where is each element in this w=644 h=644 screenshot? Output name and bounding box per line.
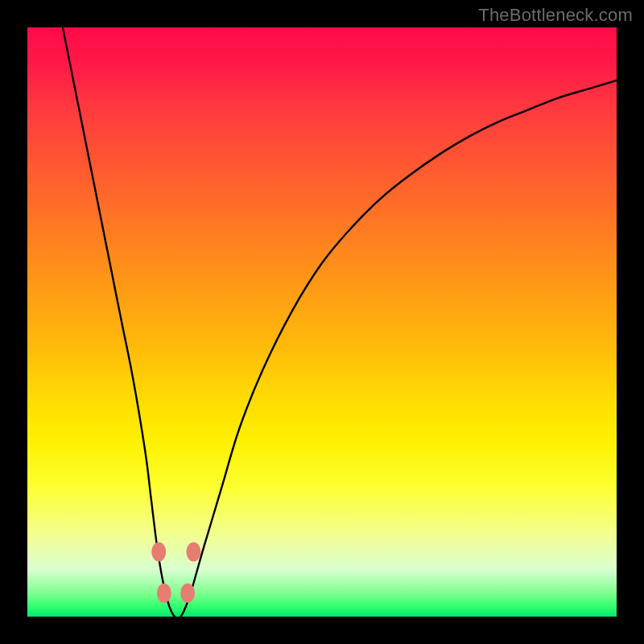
plot-area: [27, 27, 617, 617]
curve-marker: [157, 584, 171, 603]
chart-frame: TheBottleneck.com: [0, 0, 644, 644]
curve-marker: [151, 542, 166, 561]
curve-marker: [186, 542, 200, 561]
curve-markers: [151, 542, 200, 602]
watermark-text: TheBottleneck.com: [478, 5, 633, 26]
curve-marker: [180, 584, 195, 603]
curve-layer: [27, 27, 617, 617]
bottleneck-curve: [63, 27, 617, 618]
